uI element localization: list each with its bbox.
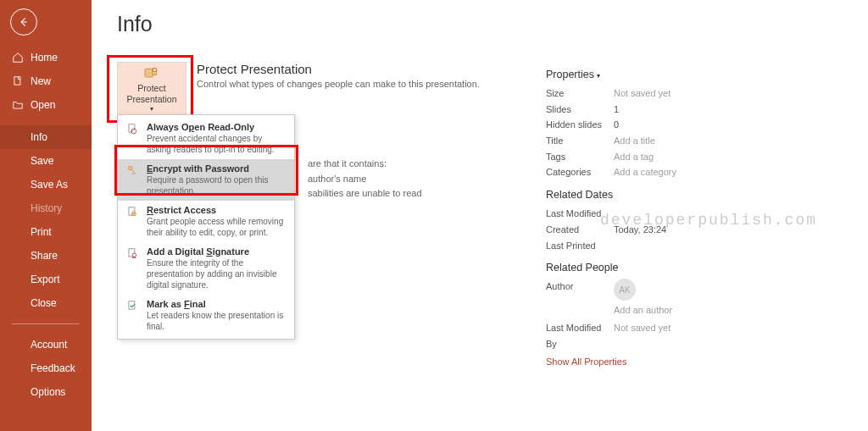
author-label: Author bbox=[546, 279, 614, 301]
sidebar-item-new[interactable]: New bbox=[0, 69, 92, 93]
date-row: Last Printed bbox=[546, 238, 766, 254]
svg-rect-0 bbox=[14, 77, 20, 85]
sidebar-item-label: Save As bbox=[31, 179, 68, 191]
property-row[interactable]: TitleAdd a title bbox=[546, 133, 766, 149]
back-button[interactable] bbox=[10, 8, 37, 36]
svg-point-6 bbox=[128, 166, 132, 170]
page-title: Info bbox=[117, 12, 868, 36]
protect-presentation-menu: Always Open Read-OnlyPrevent accidental … bbox=[117, 114, 295, 340]
date-key: Last Modified bbox=[546, 206, 614, 222]
sidebar-item-label: Close bbox=[31, 297, 57, 309]
property-row[interactable]: CategoriesAdd a category bbox=[546, 164, 766, 180]
menu-item-title: Always Open Read-Only bbox=[147, 122, 286, 132]
property-row: Slides1 bbox=[546, 102, 766, 118]
sidebar-item-save[interactable]: Save bbox=[0, 149, 92, 173]
modified-by-label: Last Modified By bbox=[546, 320, 614, 351]
sidebar-item-label: History bbox=[31, 202, 62, 214]
property-value: 1 bbox=[614, 102, 619, 118]
doc-lock-icon bbox=[125, 205, 140, 238]
sidebar-item-label: New bbox=[31, 75, 51, 87]
menu-item-description: Let readers know the presentation is fin… bbox=[147, 310, 286, 332]
menu-item-title: Mark as Final bbox=[147, 299, 286, 309]
shield-lock-icon bbox=[142, 66, 161, 80]
folder-icon bbox=[12, 99, 24, 111]
menu-item-description: Require a password to open this presenta… bbox=[147, 174, 286, 196]
add-author-link[interactable]: Add an author bbox=[614, 302, 672, 318]
menu-item-encrypt-with-password[interactable]: Encrypt with PasswordRequire a password … bbox=[118, 159, 294, 201]
menu-item-title: Restrict Access bbox=[147, 205, 286, 215]
main-panel: Info Protect Presentation ▾ Protect Pres… bbox=[92, 0, 868, 431]
svg-rect-3 bbox=[153, 71, 157, 75]
property-value: Add a category bbox=[614, 164, 676, 180]
sidebar-item-share[interactable]: Share bbox=[0, 244, 92, 268]
protect-button-label: Protect Presentation bbox=[120, 83, 184, 104]
author-avatar[interactable]: AK bbox=[614, 279, 636, 301]
property-key: Size bbox=[546, 86, 614, 102]
menu-item-add-a-digital-signature[interactable]: Add a Digital SignatureEnsure the integr… bbox=[118, 242, 294, 295]
svg-point-11 bbox=[132, 253, 136, 257]
properties-panel: Properties ▾ SizeNot saved yetSlides1Hid… bbox=[546, 62, 766, 367]
doc-icon bbox=[12, 75, 24, 87]
date-row: CreatedToday, 23:24 bbox=[546, 222, 766, 238]
sidebar-item-print[interactable]: Print bbox=[0, 220, 92, 244]
sidebar-item-label: Open bbox=[31, 99, 55, 111]
sidebar-item-label: Print bbox=[31, 226, 52, 238]
sidebar-item-info[interactable]: Info bbox=[0, 125, 92, 149]
menu-item-always-open-read-only[interactable]: Always Open Read-OnlyPrevent accidental … bbox=[118, 118, 294, 159]
property-key: Title bbox=[546, 133, 614, 149]
show-all-properties-link[interactable]: Show All Properties bbox=[546, 356, 766, 367]
sidebar-item-home[interactable]: Home bbox=[0, 46, 92, 69]
property-row: Hidden slides0 bbox=[546, 117, 766, 133]
menu-item-description: Grant people access while removing their… bbox=[147, 216, 286, 238]
property-value: Add a tag bbox=[614, 149, 654, 165]
property-value: 0 bbox=[614, 117, 619, 133]
sidebar-item-label: Share bbox=[31, 250, 58, 262]
sidebar-item-label: Account bbox=[31, 339, 67, 351]
date-value: Today, 23:24 bbox=[614, 222, 666, 238]
protect-description: Control what types of changes people can… bbox=[197, 79, 480, 89]
menu-item-description: Ensure the integrity of the presentation… bbox=[147, 257, 286, 290]
menu-item-title: Encrypt with Password bbox=[147, 163, 286, 174]
property-row[interactable]: TagsAdd a tag bbox=[546, 149, 766, 165]
doc-final-icon bbox=[125, 299, 140, 332]
related-dates-heading: Related Dates bbox=[546, 189, 766, 201]
sidebar-divider bbox=[12, 323, 80, 324]
sidebar-item-feedback[interactable]: Feedback bbox=[0, 356, 92, 380]
sidebar-item-label: Home bbox=[31, 52, 58, 64]
sidebar-item-export[interactable]: Export bbox=[0, 268, 92, 291]
sidebar-item-label: Export bbox=[31, 274, 60, 285]
modified-by-value: Not saved yet bbox=[614, 320, 670, 351]
property-row[interactable]: SizeNot saved yet bbox=[546, 86, 766, 102]
sidebar-item-history: History bbox=[0, 196, 92, 220]
sidebar-item-label: Options bbox=[31, 386, 65, 398]
sidebar-item-label: Save bbox=[31, 155, 53, 167]
menu-item-mark-as-final[interactable]: Mark as FinalLet readers know the presen… bbox=[118, 295, 294, 336]
partial-background-text: are that it contains: author's name sabi… bbox=[308, 157, 422, 202]
sidebar-item-save-as[interactable]: Save As bbox=[0, 173, 92, 196]
home-icon bbox=[12, 52, 24, 64]
svg-rect-1 bbox=[145, 69, 153, 77]
menu-item-restrict-access[interactable]: Restrict AccessGrant people access while… bbox=[118, 201, 294, 242]
svg-rect-8 bbox=[131, 213, 136, 216]
protect-presentation-button[interactable]: Protect Presentation ▾ bbox=[117, 62, 186, 116]
protect-heading: Protect Presentation bbox=[197, 62, 480, 76]
sidebar-item-close[interactable]: Close bbox=[0, 291, 92, 315]
properties-heading[interactable]: Properties ▾ bbox=[546, 69, 766, 80]
sidebar-item-options[interactable]: Options bbox=[0, 380, 92, 404]
property-value: Not saved yet bbox=[614, 86, 670, 102]
sidebar-item-open[interactable]: Open bbox=[0, 93, 92, 117]
date-row: Last Modified bbox=[546, 206, 766, 222]
doc-check-icon bbox=[125, 122, 140, 155]
sidebar: HomeNewOpen InfoSaveSave AsHistoryPrintS… bbox=[0, 0, 92, 431]
sidebar-item-label: Feedback bbox=[31, 362, 75, 374]
arrow-left-icon bbox=[18, 16, 30, 28]
sidebar-item-label: Info bbox=[31, 131, 47, 143]
property-key: Categories bbox=[546, 164, 614, 180]
sidebar-item-account[interactable]: Account bbox=[0, 333, 92, 356]
related-people-heading: Related People bbox=[546, 262, 766, 274]
property-key: Slides bbox=[546, 102, 614, 118]
menu-item-description: Prevent accidental changes by asking rea… bbox=[147, 133, 286, 155]
property-value: Add a title bbox=[614, 133, 655, 149]
chevron-down-icon: ▾ bbox=[150, 105, 153, 113]
chevron-down-icon: ▾ bbox=[597, 72, 600, 80]
